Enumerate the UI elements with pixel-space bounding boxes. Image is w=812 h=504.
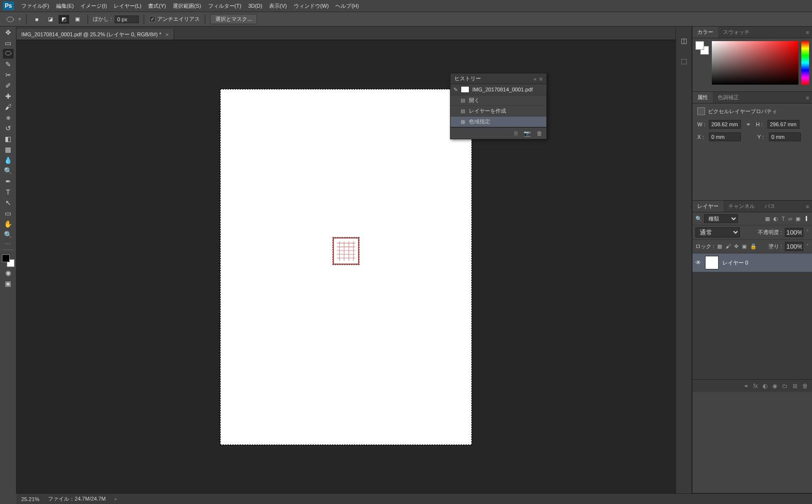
marquee-tool[interactable]: ▭ [3, 38, 14, 48]
snapshot-thumb[interactable] [461, 86, 469, 93]
quick-mask-tool[interactable]: ◉ [3, 268, 14, 278]
move-tool[interactable]: ✥ [3, 28, 14, 37]
snapshot-brush-icon[interactable]: ✎ [453, 87, 458, 93]
select-and-mask-button[interactable]: 選択とマスク... [210, 14, 257, 24]
shape-tool[interactable]: ▭ [3, 208, 14, 218]
antialias-checkbox[interactable]: ✓ アンチエイリアス [149, 15, 200, 23]
filter-pixel-icon[interactable]: ▦ [765, 216, 770, 222]
dodge-tool[interactable]: 🔍 [3, 166, 14, 176]
stamp-tool[interactable]: ⎈ [3, 113, 14, 122]
document-tab[interactable]: IMG_20170814_0001.pdf @ 25.2% (レイヤー 0, R… [16, 29, 174, 40]
filter-type-icon[interactable]: T [782, 216, 785, 222]
new-selection-icon[interactable]: ■ [31, 15, 42, 24]
menu-type[interactable]: 書式(Y) [145, 2, 169, 10]
opacity-input[interactable] [785, 228, 803, 237]
color-chip[interactable] [695, 41, 709, 55]
type-tool[interactable]: T [3, 187, 14, 197]
add-selection-icon[interactable]: ◪ [45, 15, 56, 24]
status-menu-icon[interactable]: ▸ [115, 496, 118, 502]
healing-tool[interactable]: ✚ [3, 91, 14, 101]
adjustments-tab[interactable]: 色調補正 [713, 92, 744, 103]
history-item[interactable]: ▤ レイヤーを作成 [451, 106, 546, 117]
canvas[interactable] [220, 89, 472, 445]
filter-adjust-icon[interactable]: ◐ [773, 216, 778, 222]
x-input[interactable] [709, 133, 741, 141]
color-field[interactable] [712, 41, 798, 85]
history-item[interactable]: ▦ 色域指定 [451, 117, 546, 127]
dock-icon-1[interactable]: ◫ [678, 35, 689, 46]
menu-edit[interactable]: 編集(E) [53, 2, 77, 10]
panel-menu-icon[interactable]: ≡ [540, 76, 542, 82]
new-group-icon[interactable]: 🗀 [782, 383, 788, 389]
menu-view[interactable]: 表示(V) [266, 2, 290, 10]
gradient-tool[interactable]: ▦ [3, 145, 14, 154]
menu-help[interactable]: ヘルプ(H) [332, 2, 362, 10]
eyedropper-tool[interactable]: ✐ [3, 81, 14, 90]
screen-mode-tool[interactable]: ▣ [3, 279, 14, 288]
panel-menu-icon[interactable]: ≡ [803, 30, 812, 35]
channels-tab[interactable]: チャンネル [723, 201, 760, 212]
new-layer-icon[interactable]: ⊞ [793, 383, 797, 389]
menu-3d[interactable]: 3D(D) [245, 3, 266, 9]
layer-name[interactable]: レイヤー 0 [722, 259, 748, 267]
dock-icon-2[interactable]: ⬚ [678, 56, 689, 66]
current-tool-icon[interactable] [5, 15, 15, 24]
lasso-tool[interactable] [3, 49, 14, 59]
link-dimensions-icon[interactable]: ⚭ [746, 121, 751, 128]
y-input[interactable] [769, 133, 801, 141]
history-brush-tool[interactable]: ↺ [3, 123, 14, 133]
height-input[interactable] [767, 120, 799, 129]
snapshot-icon[interactable]: 📷 [524, 130, 531, 137]
hue-slider[interactable] [801, 41, 809, 85]
color-swatches[interactable] [2, 254, 15, 267]
zoom-tool[interactable]: 🔍 [3, 230, 14, 239]
path-select-tool[interactable]: ↖ [3, 198, 14, 208]
blend-mode-select[interactable]: 通常 [695, 227, 740, 237]
delete-state-icon[interactable]: 🗑 [537, 130, 542, 137]
link-layers-icon[interactable]: ⚭ [744, 383, 749, 389]
paths-tab[interactable]: パス [760, 201, 780, 212]
filter-shape-icon[interactable]: ▱ [788, 216, 792, 222]
history-item[interactable]: ▤ 開く [451, 95, 546, 106]
menu-window[interactable]: ウィンドウ(W) [290, 2, 332, 10]
hand-tool[interactable]: ✋ [3, 219, 14, 229]
quick-select-tool[interactable]: ✎ [3, 59, 14, 69]
collapse-icon[interactable]: « [533, 76, 536, 82]
layer-mask-icon[interactable]: ◐ [763, 383, 767, 389]
foreground-color[interactable] [2, 254, 10, 262]
panel-menu-icon[interactable]: ≡ [803, 95, 812, 101]
filter-smart-icon[interactable]: ▣ [796, 216, 800, 222]
layer-fx-icon[interactable]: fx [753, 383, 758, 389]
fill-input[interactable] [785, 242, 803, 251]
subtract-selection-icon[interactable]: ◩ [59, 15, 69, 24]
edit-toolbar[interactable]: ⋯ [5, 240, 11, 247]
swatches-tab[interactable]: スウォッチ [718, 27, 754, 38]
zoom-level[interactable]: 25.21% [21, 496, 39, 502]
layer-filter-type[interactable]: 種類 [704, 214, 738, 223]
intersect-selection-icon[interactable]: ▣ [72, 15, 83, 24]
lock-all-icon[interactable]: 🔒 [750, 243, 757, 250]
close-tab-icon[interactable]: × [165, 31, 169, 38]
layers-tab[interactable]: レイヤー [692, 201, 723, 212]
visibility-icon[interactable]: 👁 [695, 259, 701, 266]
lock-artboard-icon[interactable]: ▣ [742, 243, 747, 250]
menu-layer[interactable]: レイヤー(L) [110, 2, 145, 10]
panel-menu-icon[interactable]: ≡ [803, 204, 812, 209]
color-tab[interactable]: カラー [692, 27, 718, 38]
width-input[interactable] [709, 120, 741, 129]
filter-toggle-icon[interactable]: ⏽ [804, 216, 809, 222]
menu-file[interactable]: ファイル(F) [18, 2, 53, 10]
blur-tool[interactable]: 💧 [3, 155, 14, 165]
feather-input[interactable] [115, 15, 139, 23]
pen-tool[interactable]: ✒ [3, 177, 14, 186]
crop-tool[interactable]: ✂ [3, 70, 14, 80]
lock-transparency-icon[interactable]: ▩ [717, 243, 722, 250]
menu-select[interactable]: 選択範囲(S) [169, 2, 205, 10]
new-fill-icon[interactable]: ◉ [772, 383, 777, 389]
delete-layer-icon[interactable]: 🗑 [802, 383, 808, 389]
lock-paint-icon[interactable]: 🖌 [725, 243, 731, 250]
brush-tool[interactable]: 🖌 [3, 102, 14, 112]
lock-position-icon[interactable]: ✥ [734, 243, 738, 250]
properties-tab[interactable]: 属性 [692, 92, 713, 103]
layer-row[interactable]: 👁 レイヤー 0 [692, 253, 812, 272]
